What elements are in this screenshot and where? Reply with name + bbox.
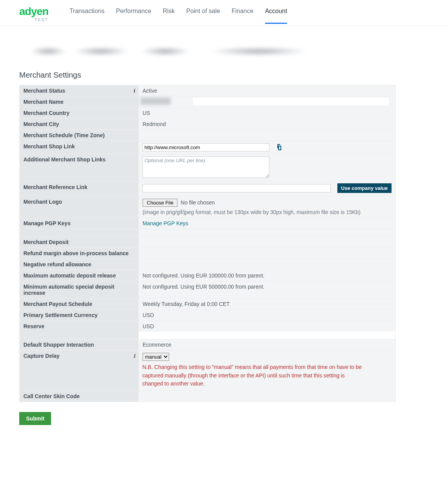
row-merchant-logo: Merchant Logo Choose File No file chosen… [20, 196, 396, 218]
brand-env: TEST [19, 18, 48, 22]
label-settlement-currency: Primary Settlement Currency [20, 310, 139, 321]
manage-pgp-keys-link[interactable]: Manage PGP Keys [143, 220, 188, 226]
brand-logo: adyen TEST [19, 6, 48, 22]
nav-performance[interactable]: Performance [116, 8, 151, 24]
row-max-auto-deposit: Maximum automatic deposit release Not co… [20, 270, 396, 281]
value-merchant-schedule [139, 130, 396, 141]
row-shopper-interaction: Default Shopper Interaction Ecommerce [20, 339, 396, 350]
row-merchant-deposit: Merchant Deposit [20, 237, 396, 248]
info-icon[interactable]: i [134, 353, 136, 359]
nav-account[interactable]: Account [265, 8, 287, 24]
label-merchant-shop-link: Merchant Shop Link [20, 141, 139, 154]
value-reserve: USD [143, 323, 154, 329]
value-merchant-status: Active [139, 85, 396, 96]
label-manage-pgp-keys: Manage PGP Keys [20, 218, 139, 229]
value-merchant-name-redacted [141, 98, 191, 105]
label-merchant-logo: Merchant Logo [20, 196, 139, 218]
capture-delay-select[interactable]: manual [143, 353, 169, 361]
label-merchant-status: Merchant Status [23, 88, 65, 94]
label-additional-shop-links: Additional Merchant Shop Links [20, 154, 139, 182]
merchant-settings-table: Merchant Status i Active Merchant Name M… [19, 85, 396, 402]
primary-nav: Transactions Performance Risk Point of s… [70, 5, 287, 21]
top-navigation: adyen TEST Transactions Performance Risk… [0, 0, 448, 26]
logo-hint: (image in png/gif/jpeg format, must be 1… [143, 209, 392, 215]
reference-link-input[interactable] [143, 184, 331, 193]
row-merchant-shop-link: Merchant Shop Link [20, 141, 396, 154]
row-call-center-skin: Call Center Skin Code [20, 391, 396, 402]
choose-file-button[interactable]: Choose File [143, 199, 178, 207]
capture-delay-warning: N.B. Changing this setting to "manual" m… [143, 363, 365, 388]
label-call-center-skin: Call Center Skin Code [20, 391, 139, 402]
merchant-name-input[interactable] [193, 98, 389, 105]
value-shopper-interaction: Ecommerce [139, 339, 396, 350]
nav-transactions[interactable]: Transactions [70, 8, 105, 24]
row-additional-shop-links: Additional Merchant Shop Links [20, 154, 396, 182]
value-merchant-city: Redmond [139, 119, 396, 130]
row-merchant-reference-link: Merchant Reference Link Use company valu… [20, 182, 396, 196]
page-content: Merchant Settings Merchant Status i Acti… [0, 26, 415, 435]
label-merchant-city: Merchant City [20, 119, 139, 130]
label-merchant-reference-link: Merchant Reference Link [20, 182, 139, 196]
label-refund-margin: Refund margin above in-process balance [20, 248, 139, 259]
label-capture-delay: Capture Delay [23, 353, 60, 359]
nav-point-of-sale[interactable]: Point of sale [186, 8, 220, 24]
row-reserve: Reserve USD [20, 321, 396, 339]
row-refund-margin: Refund margin above in-process balance [20, 248, 396, 259]
value-call-center-skin [139, 391, 396, 402]
row-merchant-country: Merchant Country US [20, 108, 396, 119]
label-max-auto-deposit: Maximum automatic deposit release [20, 270, 139, 281]
use-company-value-button[interactable]: Use company value [337, 183, 392, 193]
row-payout-schedule: Merchant Payout Schedule Weekly Tuesday,… [20, 299, 396, 310]
shop-link-input[interactable] [143, 143, 269, 151]
nav-finance[interactable]: Finance [232, 8, 254, 24]
row-merchant-status: Merchant Status i Active [20, 85, 396, 96]
label-reserve: Reserve [20, 321, 139, 339]
row-capture-delay: Capture Delay i manual N.B. Changing thi… [20, 350, 396, 391]
label-shopper-interaction: Default Shopper Interaction [20, 339, 139, 350]
value-merchant-country: US [139, 108, 396, 119]
value-max-auto-deposit: Not configured. Using EUR 100000.00 from… [139, 270, 396, 281]
row-spacer [20, 229, 396, 237]
file-chosen-status: No file chosen [181, 199, 215, 206]
submit-button[interactable]: Submit [19, 412, 51, 425]
copy-icon[interactable] [276, 144, 282, 151]
row-merchant-name: Merchant Name [20, 96, 396, 108]
row-merchant-city: Merchant City Redmond [20, 119, 396, 130]
section-title: Merchant Settings [19, 71, 396, 80]
value-merchant-deposit [139, 237, 396, 248]
nav-risk[interactable]: Risk [163, 8, 175, 24]
value-min-auto-deposit: Not configured. Using EUR 500000.00 from… [139, 281, 396, 299]
label-min-auto-deposit: Minimum automatic special deposit increa… [20, 281, 139, 299]
row-negative-refund: Negative refund allowance [20, 259, 396, 270]
row-manage-pgp-keys: Manage PGP Keys Manage PGP Keys [20, 218, 396, 229]
row-settlement-currency: Primary Settlement Currency USD [20, 310, 396, 321]
additional-shop-links-input[interactable] [143, 156, 269, 178]
label-merchant-schedule: Merchant Schedule (Time Zone) [20, 130, 139, 141]
label-merchant-country: Merchant Country [20, 108, 139, 119]
label-merchant-name: Merchant Name [20, 96, 139, 108]
value-settlement-currency: USD [139, 310, 396, 321]
row-min-auto-deposit: Minimum automatic special deposit increa… [20, 281, 396, 299]
row-merchant-schedule: Merchant Schedule (Time Zone) [20, 130, 396, 141]
label-merchant-deposit: Merchant Deposit [20, 237, 139, 248]
label-negative-refund: Negative refund allowance [20, 259, 139, 270]
value-refund-margin [139, 248, 396, 259]
value-negative-refund [139, 259, 396, 270]
brand-name: adyen [19, 5, 48, 17]
info-icon[interactable]: i [134, 88, 135, 94]
page-title-redacted [19, 43, 311, 60]
label-payout-schedule: Merchant Payout Schedule [20, 299, 139, 310]
value-payout-schedule: Weekly Tuesday, Friday at 0:00 CET [139, 299, 396, 310]
reserve-input-area[interactable] [139, 331, 395, 339]
